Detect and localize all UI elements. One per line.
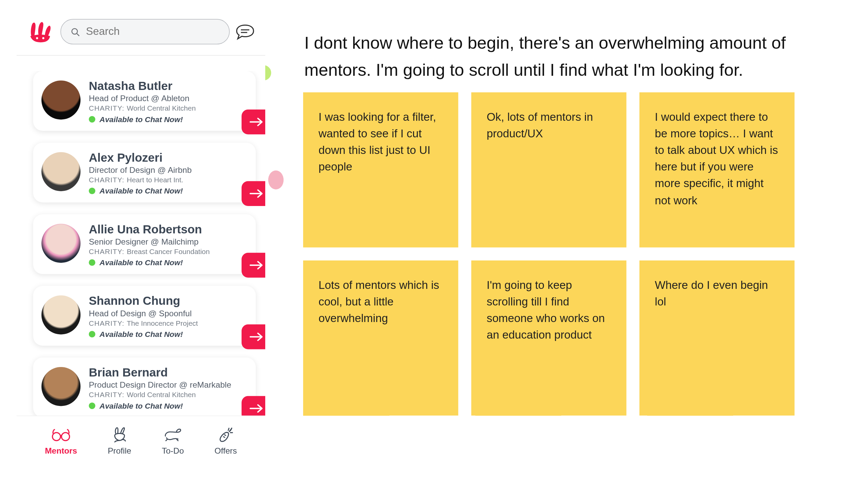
sticky-note: Where do I even begin lol [640,260,795,416]
app-mockup: Natasha Butler Head of Product @ Ableton… [17,12,265,462]
svg-point-12 [61,432,70,441]
availability-status: Available to Chat Now! [89,330,248,339]
mentor-title: Head of Design @ Spoonful [89,308,248,318]
observation-headline: I dont know where to begin, there's an o… [304,30,814,84]
svg-line-13 [223,436,225,437]
mentor-avatar [42,224,81,263]
availability-status: Available to Chat Now! [89,258,248,267]
mentor-avatar [42,81,81,120]
open-mentor-button[interactable] [242,325,265,349]
arrow-right-icon [249,189,263,198]
mentor-info: Natasha Butler Head of Product @ Ableton… [89,80,248,124]
open-mentor-button[interactable] [242,181,265,206]
mentor-title: Product Design Director @ reMarkable [89,380,248,390]
mentor-card[interactable]: Natasha Butler Head of Product @ Ableton… [33,71,256,131]
sticky-notes-grid: I was looking for a filter, wanted to se… [303,92,806,416]
arrow-right-icon [249,404,263,413]
nav-profile[interactable]: Profile [108,427,131,455]
decorative-blob [268,171,284,189]
mentor-charity: CHARITY:World Central Kitchen [89,104,248,113]
sticky-note: I was looking for a filter, wanted to se… [303,92,458,248]
svg-line-3 [77,33,79,35]
svg-point-1 [42,37,44,39]
mentor-info: Alex Pylozeri Director of Design @ Airbn… [89,151,248,195]
search-input[interactable] [60,19,230,44]
sticky-note: Ok, lots of mentors in product/UX [471,92,627,248]
arrow-right-icon [249,117,263,127]
mentor-avatar [42,367,81,406]
svg-point-2 [72,28,77,34]
mentor-name: Allie Una Robertson [89,222,248,236]
mentor-card[interactable]: Allie Una Robertson Senior Designer @ Ma… [33,214,256,274]
mentor-info: Shannon Chung Head of Design @ Spoonful … [89,294,248,339]
nav-label: Profile [108,446,131,455]
mentor-avatar [42,295,81,334]
mentor-name: Shannon Chung [89,294,248,308]
sticky-note: I'm going to keep scrolling till I find … [471,260,627,416]
open-mentor-button[interactable] [242,253,265,278]
mentor-info: Brian Bernard Product Design Director @ … [89,366,248,410]
nav-label: Mentors [45,446,77,455]
mentor-title: Head of Product @ Ableton [89,94,248,103]
mentor-card[interactable]: Shannon Chung Head of Design @ Spoonful … [33,286,256,346]
arrow-right-icon [249,332,263,342]
online-dot-icon [89,259,96,266]
search-field[interactable] [86,25,219,38]
mentor-title: Director of Design @ Airbnb [89,165,248,174]
online-dot-icon [89,188,96,194]
online-dot-icon [89,116,96,123]
mentor-info: Allie Una Robertson Senior Designer @ Ma… [89,222,248,267]
mentor-name: Natasha Butler [89,80,248,93]
mentor-name: Alex Pylozeri [89,151,248,164]
carrot-icon [215,427,236,443]
search-icon [70,26,80,37]
mentor-charity: CHARITY:The Innocence Project [89,319,248,328]
app-header [17,12,265,56]
mentor-charity: CHARITY:Breast Cancer Foundation [89,248,248,256]
availability-status: Available to Chat Now! [89,402,248,410]
nav-label: Offers [215,446,237,455]
mentor-charity: CHARITY:Heart to Heart Int. [89,176,248,184]
nav-mentors[interactable]: Mentors [45,427,77,455]
rabbit-icon [109,427,130,443]
mentor-card[interactable]: Brian Bernard Product Design Director @ … [33,358,256,417]
availability-status: Available to Chat Now! [89,115,248,124]
svg-point-11 [53,432,60,441]
sticky-note: Lots of mentors which is cool, but a lit… [303,260,458,416]
nav-offers[interactable]: Offers [215,427,237,455]
arrow-right-icon [249,260,263,270]
open-mentor-button[interactable] [242,110,265,135]
svg-line-14 [224,434,226,435]
mentor-charity: CHARITY:World Central Kitchen [89,391,248,399]
mentor-name: Brian Bernard [89,366,248,379]
glasses-icon [51,427,71,443]
brand-logo-icon [27,20,53,44]
mentor-card[interactable]: Alex Pylozeri Director of Design @ Airbn… [33,143,256,203]
sticky-note: I would expect there to be more topics… … [640,92,795,248]
online-dot-icon [89,403,96,409]
mentor-list[interactable]: Natasha Butler Head of Product @ Ableton… [17,71,265,426]
nav-todo[interactable]: To-Do [162,427,184,455]
bottom-nav: Mentors Profile To-Do [17,416,265,462]
mentor-title: Senior Designer @ Mailchimp [89,237,248,246]
availability-status: Available to Chat Now! [89,186,248,195]
running-rabbit-icon [163,427,183,443]
nav-label: To-Do [162,446,184,455]
svg-point-0 [36,37,38,39]
mentor-avatar [42,152,81,191]
chat-icon[interactable] [236,23,255,40]
online-dot-icon [89,331,96,337]
